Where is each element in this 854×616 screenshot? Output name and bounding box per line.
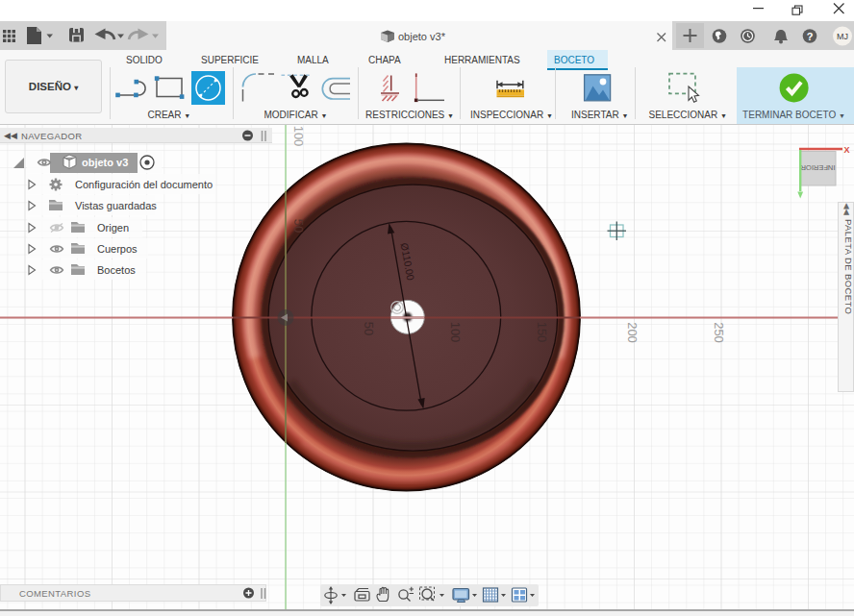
svg-text:INFERIOR: INFERIOR [800,163,835,172]
svg-text:100: 100 [448,322,463,343]
svg-text:MJ: MJ [837,32,848,41]
svg-text:50: 50 [291,219,306,233]
svg-text:?: ? [807,31,814,42]
svg-text:150: 150 [535,322,549,343]
svg-text:50: 50 [362,322,376,335]
svg-text:100: 100 [291,126,306,147]
svg-text:X: X [844,145,850,155]
svg-text:250: 250 [712,322,726,343]
svg-text:200: 200 [625,322,640,343]
